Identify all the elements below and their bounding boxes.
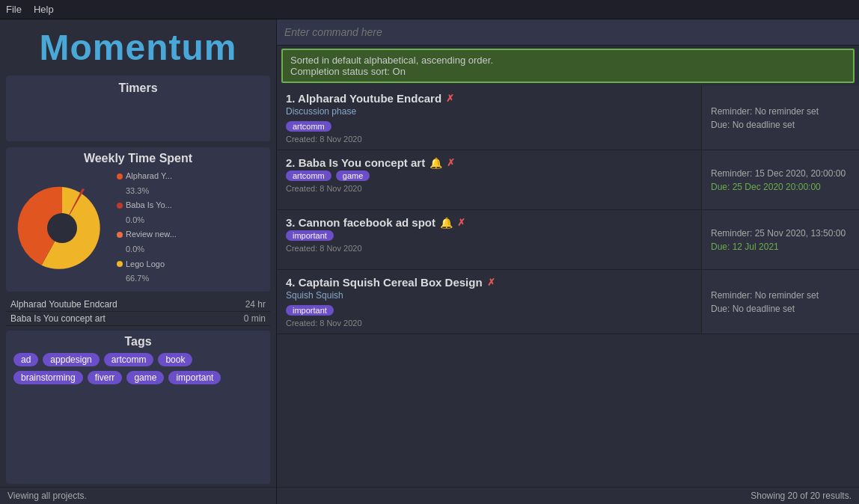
legend-review: Review new... <box>117 228 263 242</box>
project-main: 1. Alpharad Youtube Endcard ✗ Discussion… <box>277 86 702 150</box>
timers-section: Timers <box>6 76 270 141</box>
tag-badge[interactable]: game <box>126 371 164 384</box>
legend-review-pct: 0.0% <box>117 243 263 256</box>
project-reminder: Reminder: 25 Nov 2020, 13:50:00 <box>711 228 850 239</box>
project-tags: important <box>286 230 692 241</box>
bell-icon: 🔔 <box>440 217 453 229</box>
project-time-cell: 0 min <box>215 311 270 325</box>
tags-title: Tags <box>13 335 263 348</box>
table-row: Baba Is You concept art 0 min <box>6 311 270 325</box>
content-area: Sorted in default alphabetical, ascendin… <box>277 19 859 504</box>
bell-icon: 🔔 <box>430 157 442 169</box>
legend-lego: Lego Logo <box>117 258 263 271</box>
project-date: Created: 8 Nov 2020 <box>286 184 692 193</box>
project-number: 4. Captain Squish Cereal Box Design <box>286 276 483 289</box>
project-tag[interactable]: important <box>286 305 334 316</box>
legend-dot-review <box>117 232 123 238</box>
project-meta: Reminder: 15 Dec 2020, 20:00:00 Due: 25 … <box>702 150 859 209</box>
delete-icon[interactable]: ✗ <box>446 93 454 104</box>
table-row: Alpharad Youtube Endcard 24 hr <box>6 298 270 312</box>
weekly-section: Weekly Time Spent <box>6 147 270 292</box>
project-number: 2. Baba Is You concept art <box>286 156 425 169</box>
status-line1: Sorted in default alphabetical, ascendin… <box>290 55 846 66</box>
project-name-cell: Alpharad Youtube Endcard <box>6 298 215 312</box>
project-tag[interactable]: game <box>336 170 370 181</box>
project-row: 4. Captain Squish Cereal Box Design ✗ Sq… <box>277 270 859 334</box>
tag-badge[interactable]: ad <box>13 353 38 366</box>
delete-icon[interactable]: ✗ <box>487 277 495 288</box>
project-row: 2. Baba Is You concept art 🔔 ✗ artcommga… <box>277 150 859 210</box>
results-count: Showing 20 of 20 results. <box>751 491 852 501</box>
project-title: 2. Baba Is You concept art 🔔 ✗ <box>286 156 692 169</box>
tag-badge[interactable]: artcomm <box>104 353 154 366</box>
command-bar <box>277 19 859 46</box>
tag-badge[interactable]: book <box>158 353 192 366</box>
svg-point-0 <box>47 213 77 243</box>
weekly-title: Weekly Time Spent <box>13 152 263 165</box>
pie-chart <box>13 179 111 277</box>
project-main: 3. Cannon facebook ad spot 🔔 ✗ important… <box>277 210 702 269</box>
tag-badge[interactable]: important <box>168 371 221 384</box>
project-due: Due: No deadline set <box>711 304 850 314</box>
status-bar: Sorted in default alphabetical, ascendin… <box>281 49 855 83</box>
project-tags: important <box>286 305 692 316</box>
project-meta: Reminder: No reminder set Due: No deadli… <box>702 270 859 334</box>
project-number: 3. Cannon facebook ad spot <box>286 216 435 229</box>
project-title: 3. Cannon facebook ad spot 🔔 ✗ <box>286 216 692 229</box>
project-subtitle: Discussion phase <box>286 106 692 117</box>
tags-list: adappdesignartcommbookbrainstormingfiver… <box>13 353 263 384</box>
sidebar: Momentum Timers Weekly Time Spent <box>0 19 277 504</box>
project-tag[interactable]: important <box>286 230 334 241</box>
project-time-cell: 24 hr <box>215 298 270 312</box>
menubar: File Help <box>0 0 859 19</box>
tags-section: Tags adappdesignartcommbookbrainstorming… <box>6 331 270 484</box>
delete-icon[interactable]: ✗ <box>457 217 465 228</box>
menu-file[interactable]: File <box>6 4 22 15</box>
legend-baba-pct: 0.0% <box>117 214 263 227</box>
legend-lego-pct: 66.7% <box>117 272 263 286</box>
project-tag[interactable]: artcomm <box>286 121 331 132</box>
project-reminder: Reminder: No reminder set <box>711 106 850 117</box>
legend-alpharad: Alpharad Y... <box>117 170 263 183</box>
project-tags: artcommgame <box>286 170 692 181</box>
time-table-body: Alpharad Youtube Endcard 24 hrBaba Is Yo… <box>6 298 270 326</box>
legend-alpharad-pct: 33.3% <box>117 185 263 198</box>
chart-area: Alpharad Y... 33.3% Baba Is Yo... 0.0% <box>13 170 263 287</box>
menu-help[interactable]: Help <box>34 4 54 15</box>
project-date: Created: 8 Nov 2020 <box>286 319 692 328</box>
content-footer: Showing 20 of 20 results. <box>277 487 859 504</box>
project-tags: artcomm <box>286 121 692 132</box>
project-meta: Reminder: 25 Nov 2020, 13:50:00 Due: 12 … <box>702 210 859 269</box>
project-date: Created: 8 Nov 2020 <box>286 135 692 144</box>
project-title: 1. Alpharad Youtube Endcard ✗ <box>286 92 692 105</box>
status-line2: Completion status sort: On <box>290 66 846 77</box>
project-main: 2. Baba Is You concept art 🔔 ✗ artcommga… <box>277 150 702 209</box>
legend-baba: Baba Is Yo... <box>117 199 263 212</box>
tag-badge[interactable]: appdesign <box>43 353 99 366</box>
time-table: Alpharad Youtube Endcard 24 hrBaba Is Yo… <box>6 298 270 326</box>
delete-icon[interactable]: ✗ <box>447 157 455 168</box>
project-date: Created: 8 Nov 2020 <box>286 244 692 253</box>
app-title: Momentum <box>0 19 276 73</box>
project-row: 1. Alpharad Youtube Endcard ✗ Discussion… <box>277 86 859 150</box>
project-row: 3. Cannon facebook ad spot 🔔 ✗ important… <box>277 210 859 270</box>
project-name-cell: Baba Is You concept art <box>6 311 215 325</box>
tag-badge[interactable]: brainstorming <box>13 371 83 384</box>
project-due: Due: No deadline set <box>711 120 850 130</box>
command-input[interactable] <box>284 26 852 38</box>
main-layout: Momentum Timers Weekly Time Spent <box>0 19 859 504</box>
project-meta: Reminder: No reminder set Due: No deadli… <box>702 86 859 150</box>
chart-legend: Alpharad Y... 33.3% Baba Is Yo... 0.0% <box>117 170 263 287</box>
legend-dot-alpharad <box>117 173 123 179</box>
project-due: Due: 25 Dec 2020 20:00:00 <box>711 182 850 192</box>
project-tag[interactable]: artcomm <box>286 170 331 181</box>
project-due: Due: 12 Jul 2021 <box>711 242 850 252</box>
tag-badge[interactable]: fiverr <box>88 371 123 384</box>
project-main: 4. Captain Squish Cereal Box Design ✗ Sq… <box>277 270 702 334</box>
projects-list: 1. Alpharad Youtube Endcard ✗ Discussion… <box>277 86 859 487</box>
timers-content <box>13 99 263 135</box>
project-reminder: Reminder: 15 Dec 2020, 20:00:00 <box>711 168 850 179</box>
project-subtitle: Squish Squish <box>286 290 692 301</box>
legend-dot-lego <box>117 261 123 267</box>
timers-title: Timers <box>13 82 263 95</box>
